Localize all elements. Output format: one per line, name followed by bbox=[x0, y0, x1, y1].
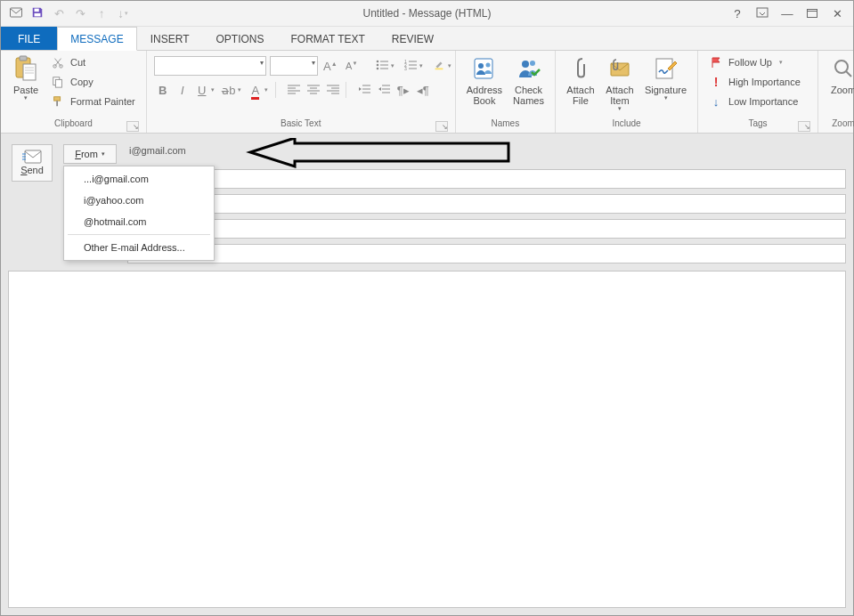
group-clipboard: Paste ▾ Cut Copy bbox=[1, 51, 147, 133]
address-book-icon bbox=[470, 54, 499, 83]
font-name-combo[interactable] bbox=[154, 56, 266, 76]
clipboard-launcher[interactable]: ↘ bbox=[126, 121, 139, 132]
svg-point-53 bbox=[530, 61, 535, 66]
send-button[interactable]: Send bbox=[12, 144, 53, 182]
shrink-font-button[interactable]: A▼ bbox=[343, 57, 361, 75]
prev-item-button[interactable]: ↑ bbox=[92, 4, 111, 23]
undo-button[interactable]: ↶ bbox=[49, 4, 69, 23]
numbering-button[interactable]: 123 bbox=[402, 57, 419, 75]
bold-icon: B bbox=[159, 84, 167, 97]
signature-button[interactable]: Signature ▾ bbox=[641, 53, 690, 101]
paste-button[interactable]: Paste ▾ bbox=[8, 53, 44, 101]
bullets-button[interactable] bbox=[373, 57, 391, 75]
ribbon: Paste ▾ Cut Copy bbox=[1, 51, 853, 134]
rtl-icon: ◂¶ bbox=[417, 84, 429, 97]
copy-button[interactable]: Copy bbox=[47, 72, 139, 92]
bold-button[interactable]: B bbox=[154, 81, 172, 99]
close-button[interactable]: ✕ bbox=[826, 4, 848, 23]
high-importance-button[interactable]: ! High Importance bbox=[705, 72, 804, 92]
tab-insert[interactable]: INSERT bbox=[137, 27, 203, 50]
maximize-button[interactable] bbox=[801, 4, 823, 23]
undo-icon: ↶ bbox=[54, 7, 64, 20]
cut-button[interactable]: Cut bbox=[47, 53, 139, 72]
address-book-button[interactable]: Address Book bbox=[463, 53, 506, 106]
ribbon-display-options-button[interactable] bbox=[752, 4, 773, 23]
align-right-icon bbox=[327, 84, 339, 97]
strikethrough-button[interactable]: a̶b bbox=[220, 81, 238, 99]
ribbon-tabs: FILE MESSAGE INSERT OPTIONS FORMAT TEXT … bbox=[1, 27, 853, 51]
qat-icon-button[interactable] bbox=[6, 4, 26, 23]
svg-rect-58 bbox=[25, 150, 41, 163]
format-painter-button[interactable]: Format Painter bbox=[47, 92, 139, 111]
tab-options[interactable]: OPTIONS bbox=[203, 27, 278, 50]
from-menu-item[interactable]: ...i@gmail.com bbox=[64, 168, 214, 190]
align-center-button[interactable] bbox=[305, 81, 322, 99]
zoom-button[interactable]: Zoom bbox=[826, 53, 854, 95]
svg-rect-1 bbox=[35, 8, 39, 12]
basic-text-launcher[interactable]: ↘ bbox=[435, 121, 448, 132]
grow-font-button[interactable]: A▲ bbox=[321, 57, 339, 75]
ltr-button[interactable]: ¶▸ bbox=[394, 81, 412, 99]
chevron-down-icon: ▾ bbox=[102, 150, 105, 158]
message-body-editor[interactable] bbox=[8, 271, 846, 608]
check-names-button[interactable]: Check Names bbox=[509, 53, 548, 106]
svg-point-56 bbox=[835, 61, 848, 73]
svg-rect-16 bbox=[54, 97, 61, 101]
svg-line-57 bbox=[846, 71, 851, 77]
from-menu-other[interactable]: Other E-mail Address... bbox=[64, 237, 214, 258]
font-color-button[interactable]: A bbox=[247, 81, 264, 99]
tags-launcher[interactable]: ↘ bbox=[798, 121, 810, 132]
check-names-icon bbox=[515, 54, 543, 83]
low-importance-button[interactable]: ↓ Low Importance bbox=[705, 92, 804, 111]
quick-access-toolbar: ↶ ↷ ↑ ↓ ▾ bbox=[1, 4, 133, 23]
message-header: Send From ▾ i@gmail.com ...i@gmail.com i… bbox=[8, 144, 846, 263]
svg-rect-7 bbox=[20, 56, 27, 61]
from-account-menu: ...i@gmail.com i@yahoo.com @hotmail.com … bbox=[63, 166, 215, 261]
underline-button[interactable]: U bbox=[193, 81, 211, 99]
redo-button[interactable]: ↷ bbox=[70, 4, 90, 23]
attach-file-button[interactable]: Attach File bbox=[563, 53, 598, 106]
send-icon bbox=[21, 149, 43, 165]
follow-up-button[interactable]: Follow Up ▾ bbox=[705, 53, 804, 72]
svg-rect-49 bbox=[475, 59, 492, 78]
tab-message[interactable]: MESSAGE bbox=[57, 27, 136, 51]
increase-indent-icon bbox=[378, 84, 390, 97]
subject-input[interactable] bbox=[127, 244, 846, 263]
strikethrough-icon: a̶b bbox=[222, 84, 235, 97]
align-right-button[interactable] bbox=[324, 81, 342, 99]
ribbon-options-icon bbox=[756, 7, 769, 20]
align-left-button[interactable] bbox=[285, 81, 303, 99]
from-menu-item[interactable]: i@yahoo.com bbox=[64, 190, 214, 211]
low-importance-icon: ↓ bbox=[709, 94, 723, 109]
cc-input[interactable] bbox=[124, 194, 846, 214]
next-item-button[interactable]: ↓ ▾ bbox=[113, 4, 133, 23]
text-highlight-button[interactable] bbox=[430, 57, 448, 75]
chevron-down-icon: ▾ bbox=[24, 94, 28, 101]
title-bar: ↶ ↷ ↑ ↓ ▾ Untitled - Message (HTML) ? — bbox=[1, 1, 853, 27]
minimize-button[interactable]: — bbox=[777, 4, 798, 23]
increase-indent-button[interactable] bbox=[375, 81, 393, 99]
save-button[interactable] bbox=[28, 4, 47, 23]
zoom-icon bbox=[829, 54, 854, 83]
tab-file[interactable]: FILE bbox=[1, 27, 57, 50]
from-button[interactable]: From ▾ bbox=[63, 144, 117, 164]
maximize-icon bbox=[807, 7, 817, 20]
attach-item-button[interactable]: Attach Item ▾ bbox=[602, 53, 638, 112]
rtl-button[interactable]: ◂¶ bbox=[414, 81, 432, 99]
decrease-indent-button[interactable] bbox=[355, 81, 373, 99]
font-size-combo[interactable] bbox=[270, 56, 318, 76]
redo-icon: ↷ bbox=[76, 7, 85, 20]
to-input[interactable] bbox=[124, 169, 846, 189]
italic-button[interactable]: I bbox=[174, 81, 191, 99]
from-menu-item[interactable]: @hotmail.com bbox=[64, 211, 214, 232]
bcc-input[interactable] bbox=[124, 219, 846, 239]
svg-rect-0 bbox=[11, 8, 22, 17]
minimize-icon: — bbox=[781, 7, 793, 20]
svg-rect-17 bbox=[56, 101, 58, 106]
group-names: Address Book Check Names Names bbox=[456, 51, 556, 133]
help-button[interactable]: ? bbox=[727, 4, 748, 23]
numbering-icon: 123 bbox=[404, 60, 417, 73]
tab-review[interactable]: REVIEW bbox=[378, 27, 447, 50]
tab-format-text[interactable]: FORMAT TEXT bbox=[278, 27, 378, 50]
font-color-icon: A bbox=[251, 84, 259, 97]
